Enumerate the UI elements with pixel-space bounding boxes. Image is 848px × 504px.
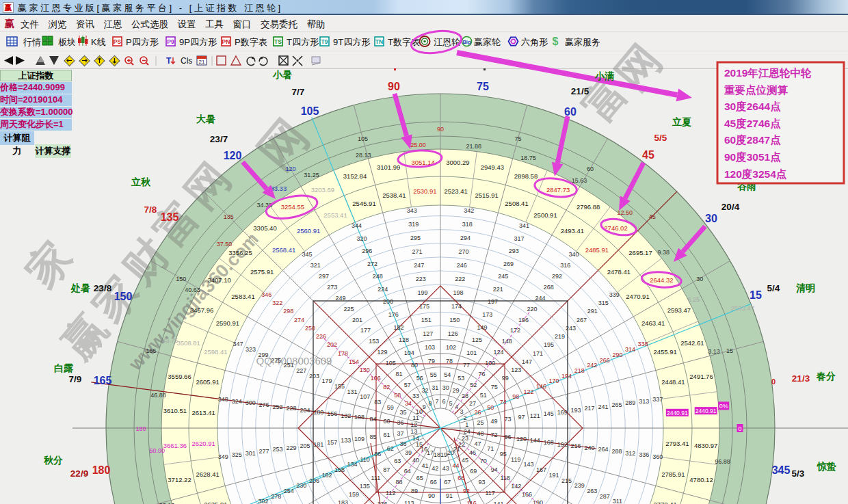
svg-text:65: 65 <box>416 475 423 481</box>
svg-text:3661.36: 3661.36 <box>163 442 187 449</box>
svg-text:301: 301 <box>246 450 256 457</box>
svg-text:156: 156 <box>327 410 337 417</box>
svg-text:32: 32 <box>421 387 428 394</box>
svg-text:QQ:4008003609: QQ:4008003609 <box>256 355 332 367</box>
svg-text:240: 240 <box>584 445 594 451</box>
svg-text:7/9: 7/9 <box>69 374 82 384</box>
svg-text:2778.41: 2778.41 <box>653 501 676 504</box>
svg-text:317: 317 <box>514 235 524 242</box>
svg-text:39: 39 <box>405 449 412 456</box>
svg-text:立夏: 立夏 <box>672 116 691 127</box>
svg-text:78: 78 <box>446 358 453 364</box>
svg-text:2515.91: 2515.91 <box>475 191 499 199</box>
svg-text:70: 70 <box>480 457 487 464</box>
svg-text:77: 77 <box>463 362 470 369</box>
svg-text:175: 175 <box>419 303 429 310</box>
svg-text:46.88: 46.88 <box>150 392 166 399</box>
svg-text:295: 295 <box>410 235 421 241</box>
svg-text:34: 34 <box>405 400 412 407</box>
svg-text:300: 300 <box>246 399 256 406</box>
svg-text:99: 99 <box>502 375 509 382</box>
svg-text:2746.02: 2746.02 <box>604 224 627 232</box>
svg-text:267: 267 <box>577 317 587 323</box>
svg-text:102: 102 <box>446 344 456 351</box>
svg-text:120: 120 <box>285 165 295 172</box>
svg-text:60度2847点: 60度2847点 <box>724 134 781 146</box>
svg-text:170: 170 <box>548 377 559 384</box>
svg-text:46: 46 <box>469 449 476 456</box>
svg-text:67: 67 <box>444 479 451 486</box>
svg-text:87: 87 <box>383 466 390 473</box>
svg-text:344: 344 <box>352 222 362 229</box>
svg-text:45: 45 <box>462 457 468 464</box>
svg-text:88: 88 <box>395 479 402 486</box>
svg-text:171: 171 <box>533 350 543 357</box>
svg-text:218: 218 <box>574 367 585 374</box>
svg-text:3305.40: 3305.40 <box>253 224 276 232</box>
svg-text:159: 159 <box>349 491 359 498</box>
svg-text:150: 150 <box>449 317 460 323</box>
svg-text:13: 13 <box>410 428 417 435</box>
svg-text:227: 227 <box>296 367 306 374</box>
svg-text:40.63: 40.63 <box>185 287 200 293</box>
svg-text:小暑: 小暑 <box>272 69 292 80</box>
svg-text:0: 0 <box>738 425 741 432</box>
svg-text:249: 249 <box>335 295 345 302</box>
svg-text:173: 173 <box>482 311 492 318</box>
svg-text:86: 86 <box>374 451 381 457</box>
svg-text:42: 42 <box>432 465 438 472</box>
svg-text:111: 111 <box>371 475 380 481</box>
svg-text:224: 224 <box>377 286 388 293</box>
svg-text:275: 275 <box>271 357 281 364</box>
svg-text:96: 96 <box>504 434 511 440</box>
svg-text:108: 108 <box>354 414 365 421</box>
svg-text:122: 122 <box>523 388 533 395</box>
svg-text:网: 网 <box>176 154 239 217</box>
svg-text:48: 48 <box>477 430 484 437</box>
svg-text:133: 133 <box>341 437 351 444</box>
svg-text:3.13: 3.13 <box>708 348 720 355</box>
svg-text:343: 343 <box>407 207 417 214</box>
svg-text:225: 225 <box>344 306 354 313</box>
svg-text:311: 311 <box>613 498 622 504</box>
svg-text:64: 64 <box>404 468 411 475</box>
svg-text:0%: 0% <box>719 403 728 410</box>
svg-text:323: 323 <box>246 346 256 353</box>
svg-text:287: 287 <box>600 493 610 500</box>
svg-text:322: 322 <box>272 300 282 306</box>
svg-text:143: 143 <box>523 461 533 468</box>
svg-text:345: 345 <box>772 464 791 476</box>
svg-text:134: 134 <box>347 461 358 468</box>
svg-text:2568.41: 2568.41 <box>272 246 295 254</box>
svg-text:244: 244 <box>535 295 546 302</box>
svg-text:21: 21 <box>453 446 460 453</box>
svg-text:324: 324 <box>232 398 242 405</box>
svg-text:15: 15 <box>726 347 733 354</box>
svg-text:45度2746点: 45度2746点 <box>724 118 781 129</box>
svg-text:家: 家 <box>17 233 81 296</box>
svg-text:165: 165 <box>146 347 156 354</box>
svg-text:183: 183 <box>338 499 348 504</box>
svg-text:2545.91: 2545.91 <box>352 200 375 207</box>
svg-text:www.yingjia360.com: www.yingjia360.com <box>124 228 263 375</box>
svg-text:191: 191 <box>548 472 559 479</box>
svg-text:66: 66 <box>430 479 437 486</box>
svg-text:253: 253 <box>273 446 283 453</box>
svg-text:75: 75 <box>514 135 521 142</box>
svg-text:61: 61 <box>383 432 390 438</box>
svg-text:148: 148 <box>502 338 512 345</box>
svg-text:21/5: 21/5 <box>571 86 589 96</box>
svg-text:178: 178 <box>338 350 348 357</box>
svg-text:194: 194 <box>561 373 572 380</box>
svg-text:118: 118 <box>501 475 510 481</box>
svg-text:45: 45 <box>649 213 656 220</box>
svg-text:135: 135 <box>360 483 370 490</box>
svg-text:180: 180 <box>92 464 111 476</box>
svg-text:18: 18 <box>434 451 440 458</box>
svg-text:30: 30 <box>705 213 717 224</box>
svg-text:2605.91: 2605.91 <box>196 378 220 386</box>
svg-text:69: 69 <box>470 468 477 475</box>
svg-text:251: 251 <box>284 362 294 369</box>
svg-text:2847.73: 2847.73 <box>546 186 570 194</box>
svg-text:23/8: 23/8 <box>94 283 112 293</box>
